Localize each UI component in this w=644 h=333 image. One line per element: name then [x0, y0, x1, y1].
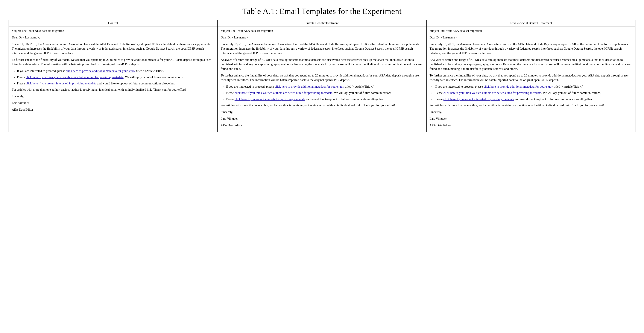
- social-subject: Subject line: Your AEA data set migratio…: [430, 29, 632, 33]
- private-para2: Analyses of search and usage of ICPSR's …: [221, 58, 423, 71]
- control-bullet1: If you are interested to proceed, please…: [17, 69, 214, 73]
- social-bullet1: If you are interested to proceed, please…: [435, 84, 632, 89]
- private-title-sig: AEA Data Editor: [221, 123, 423, 128]
- social-link1[interactable]: click here to provide additional metadat…: [484, 85, 553, 88]
- control-para1: Since July 16, 2019, the American Econom…: [12, 42, 214, 56]
- control-link3[interactable]: click here if you are not interested in …: [26, 82, 96, 85]
- private-name: Lars Vilhuber: [221, 116, 423, 121]
- social-greeting: Dear Dr. <Lastname>,: [430, 35, 632, 40]
- social-bullet3: Please click here if you are not interes…: [435, 97, 632, 101]
- private-para4: For articles with more than one author, …: [221, 103, 423, 108]
- control-title-sig: AEA Data Editor: [12, 107, 214, 112]
- social-link3[interactable]: click here if you are not interested in …: [444, 97, 514, 101]
- control-bullet3: Please click here if you are not interes…: [17, 81, 214, 86]
- private-greeting: Dear Dr. <Lastname>,: [221, 35, 423, 40]
- private-bullet2: Please click here if you think your co-a…: [226, 91, 423, 95]
- social-para4: For articles with more than one author, …: [430, 103, 632, 108]
- private-bullet1: If you are interested to proceed, please…: [226, 84, 423, 89]
- control-greeting: Dear Dr. <Lastname>,: [12, 35, 214, 40]
- private-link2[interactable]: click here if you think your co-authors …: [235, 91, 332, 95]
- private-link3[interactable]: click here if you are not interested in …: [235, 97, 305, 101]
- private-bullet3: Please click here if you are not interes…: [226, 97, 423, 101]
- cell-private: Subject line: Your AEA data set migratio…: [218, 27, 426, 132]
- private-para3: To further enhance the findability of yo…: [221, 73, 423, 82]
- control-bullet2: Please click here if you think your co-a…: [17, 75, 214, 80]
- col-header-social: Private-Social Benefit Treatment: [426, 20, 636, 27]
- social-para1: Since July 16, 2019, the American Econom…: [430, 42, 632, 56]
- email-templates-table: Control Private Benefit Treatment Privat…: [8, 20, 636, 132]
- social-name: Lars Vilhuber: [430, 116, 632, 121]
- control-sincerely: Sincerely,: [12, 94, 214, 99]
- col-header-control: Control: [9, 20, 218, 27]
- cell-social: Subject line: Your AEA data set migratio…: [426, 27, 636, 132]
- social-bullet2: Please click here if you think your co-a…: [435, 91, 632, 95]
- private-subject: Subject line: Your AEA data set migratio…: [221, 29, 423, 33]
- control-name: Lars Vilhuber: [12, 101, 214, 105]
- page-title: Table A.1: Email Templates for the Exper…: [8, 7, 636, 16]
- social-para2: Analyses of search and usage of ICPSR's …: [430, 58, 632, 71]
- cell-control: Subject line: Your AEA data set migratio…: [9, 27, 218, 132]
- social-title-sig: AEA Data Editor: [430, 123, 632, 128]
- private-para1: Since July 16, 2019, the American Econom…: [221, 42, 423, 56]
- private-sincerely: Sincerely,: [221, 110, 423, 114]
- social-sincerely: Sincerely,: [430, 110, 632, 114]
- social-para3: To further enhance the findability of yo…: [430, 73, 632, 82]
- col-header-private: Private Benefit Treatment: [218, 20, 426, 27]
- control-para2: To further enhance the findability of yo…: [12, 58, 214, 67]
- control-para3: For articles with more than one author, …: [12, 87, 214, 92]
- control-subject: Subject line: Your AEA data set migratio…: [12, 29, 214, 33]
- social-link2[interactable]: click here if you think your co-authors …: [444, 91, 542, 95]
- control-link1[interactable]: click here to provide additional metadat…: [66, 69, 135, 73]
- private-link1[interactable]: click here to provide additional metadat…: [275, 85, 344, 88]
- control-link2[interactable]: click here if you think your co-authors …: [26, 75, 124, 79]
